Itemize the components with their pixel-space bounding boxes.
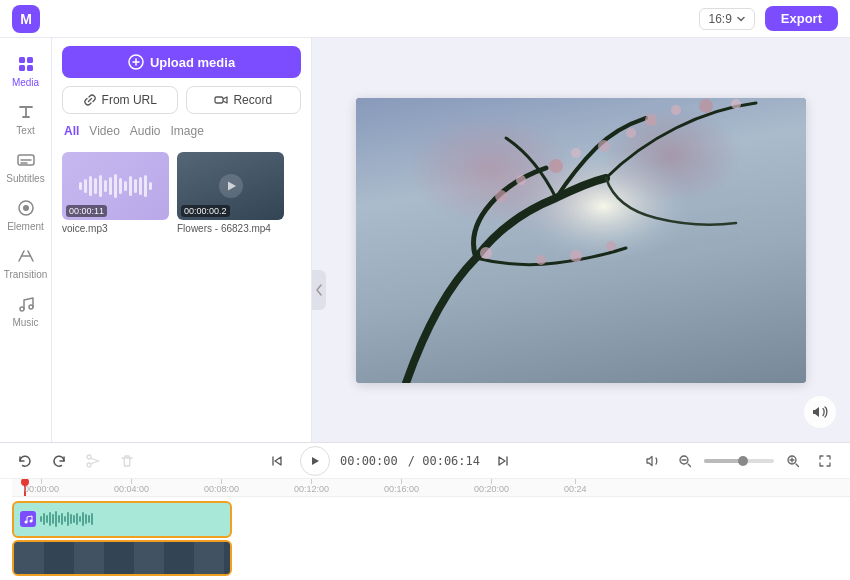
svg-point-14 [516, 175, 526, 185]
from-url-button[interactable]: From URL [62, 86, 178, 114]
ruler-mark-5: 00:20:00 [474, 479, 509, 494]
play-icon [309, 455, 321, 467]
zoom-out-button[interactable] [672, 448, 698, 474]
ruler-mark-2: 00:08:00 [204, 479, 239, 494]
element-icon [16, 198, 36, 218]
zoom-slider[interactable] [704, 459, 774, 463]
skip-forward-icon [496, 454, 510, 468]
top-bar: M 16:9 Export [0, 0, 850, 38]
sidebar-item-element[interactable]: Element [0, 190, 51, 238]
zoom-in-icon [786, 454, 800, 468]
music-icon [16, 294, 36, 314]
sidebar-item-media[interactable]: Media [0, 46, 51, 94]
undo-icon [17, 453, 33, 469]
skip-forward-button[interactable] [490, 448, 516, 474]
audio-track-row [12, 501, 838, 538]
toolbar-left [12, 448, 140, 474]
video-preview [356, 98, 806, 383]
ratio-value: 16:9 [708, 12, 731, 26]
filter-tab-image[interactable]: Image [171, 122, 204, 140]
sidebar-label-media: Media [12, 77, 39, 88]
audio-thumbnail: 00:00:11 [62, 152, 169, 220]
fit-screen-button[interactable] [812, 448, 838, 474]
timeline-toolbar: 00:00:00 / 00:06:14 [0, 443, 850, 479]
filter-tab-audio[interactable]: Audio [130, 122, 161, 140]
audio-duration: 00:00:11 [66, 205, 107, 217]
filter-tab-all[interactable]: All [64, 122, 79, 140]
sidebar: Media Text Subtitles Element [0, 38, 52, 442]
toolbar-right [640, 448, 838, 474]
volume-button[interactable] [640, 448, 666, 474]
audio-filename: voice.mp3 [62, 223, 169, 234]
sidebar-item-music[interactable]: Music [0, 286, 51, 334]
media-item-audio[interactable]: 00:00:11 voice.mp3 [62, 152, 169, 234]
redo-icon [51, 453, 67, 469]
sidebar-label-subtitles: Subtitles [6, 173, 44, 184]
media-item-video[interactable]: 00:00:00.2 Flowers - 66823.mp4 [177, 152, 284, 234]
svg-point-8 [29, 305, 33, 309]
svg-point-17 [598, 140, 610, 152]
upload-media-button[interactable]: Upload media [62, 46, 301, 78]
svg-point-20 [671, 105, 681, 115]
redo-button[interactable] [46, 448, 72, 474]
plus-circle-icon [128, 54, 144, 70]
timeline-tracks: 00:00:00 00:04:00 00:08:00 00:12:00 00:1… [0, 479, 850, 580]
app-logo: M [12, 5, 40, 33]
top-bar-left: M [12, 5, 40, 33]
record-label: Record [233, 93, 272, 107]
main-layout: Media Text Subtitles Element [0, 38, 850, 442]
sidebar-item-subtitles[interactable]: Subtitles [0, 142, 51, 190]
audio-clip-icon [20, 511, 36, 527]
svg-point-26 [480, 247, 492, 259]
timeline-ruler: 00:00:00 00:04:00 00:08:00 00:12:00 00:1… [12, 479, 850, 497]
record-icon [214, 93, 228, 107]
svg-rect-2 [19, 65, 25, 71]
secondary-buttons: From URL Record [62, 86, 301, 114]
zoom-out-icon [678, 454, 692, 468]
ruler-mark-4: 00:16:00 [384, 479, 419, 494]
zoom-in-button[interactable] [780, 448, 806, 474]
speaker-button[interactable] [804, 396, 836, 428]
svg-point-15 [549, 159, 563, 173]
play-button[interactable] [300, 446, 330, 476]
top-bar-right: 16:9 Export [699, 6, 838, 31]
video-clip-inner [14, 542, 230, 575]
fit-screen-icon [818, 454, 832, 468]
video-clip[interactable] [12, 540, 232, 577]
audio-clip[interactable] [12, 501, 232, 538]
media-icon [16, 54, 36, 74]
total-time: / 00:06:14 [408, 454, 480, 468]
speaker-icon [812, 404, 828, 420]
text-icon [16, 102, 36, 122]
ratio-selector[interactable]: 16:9 [699, 8, 754, 30]
ruler-mark-1: 00:04:00 [114, 479, 149, 494]
sidebar-item-transition[interactable]: Transition [0, 238, 51, 286]
skip-back-button[interactable] [264, 448, 290, 474]
upload-button-label: Upload media [150, 55, 235, 70]
video-preview-inner [356, 98, 806, 383]
video-filename: Flowers - 66823.mp4 [177, 223, 284, 234]
cut-button[interactable] [80, 448, 106, 474]
sidebar-label-element: Element [7, 221, 44, 232]
delete-button[interactable] [114, 448, 140, 474]
ruler-mark-0: 00:00:00 [24, 479, 59, 494]
sidebar-item-text[interactable]: Text [0, 94, 51, 142]
export-button[interactable]: Export [765, 6, 838, 31]
svg-point-31 [25, 521, 28, 524]
skip-back-icon [270, 454, 284, 468]
filter-tab-video[interactable]: Video [89, 122, 119, 140]
toolbar-center: 00:00:00 / 00:06:14 [148, 446, 632, 476]
undo-button[interactable] [12, 448, 38, 474]
svg-point-21 [699, 99, 713, 113]
svg-point-13 [495, 190, 507, 202]
panel-collapse-handle[interactable] [312, 270, 326, 310]
preview-area [312, 38, 850, 442]
video-duration: 00:00:00.2 [181, 205, 230, 217]
ruler-mark-6: 00:24 [564, 479, 587, 494]
svg-point-16 [571, 148, 581, 158]
sidebar-label-transition: Transition [4, 269, 48, 280]
video-thumb-icon [217, 172, 245, 200]
record-button[interactable]: Record [186, 86, 302, 114]
link-icon [83, 93, 97, 107]
svg-point-6 [23, 205, 29, 211]
